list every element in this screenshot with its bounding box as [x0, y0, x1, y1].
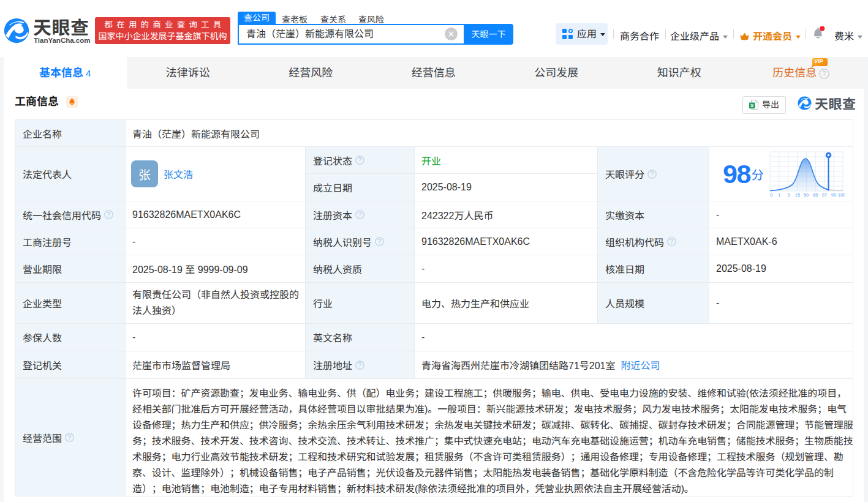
svg-text:?: ? [358, 156, 362, 163]
svg-text:100: 100 [838, 192, 845, 198]
svg-text:?: ? [823, 70, 826, 77]
svg-text:15: 15 [795, 192, 800, 198]
svg-text:3: 3 [787, 192, 790, 198]
svg-text:1: 1 [778, 192, 780, 198]
svg-text:?: ? [68, 433, 72, 441]
svg-text:?: ? [358, 361, 362, 369]
svg-text:?: ? [107, 211, 111, 218]
svg-text:?: ? [378, 238, 382, 245]
svg-text:?: ? [358, 211, 362, 218]
svg-text:0: 0 [770, 192, 772, 198]
svg-text:99: 99 [831, 192, 836, 198]
svg-text:85: 85 [813, 192, 818, 198]
svg-text:?: ? [651, 170, 654, 178]
svg-text:?: ? [670, 238, 674, 245]
svg-text:50: 50 [804, 192, 809, 198]
svg-text:97: 97 [822, 192, 827, 198]
